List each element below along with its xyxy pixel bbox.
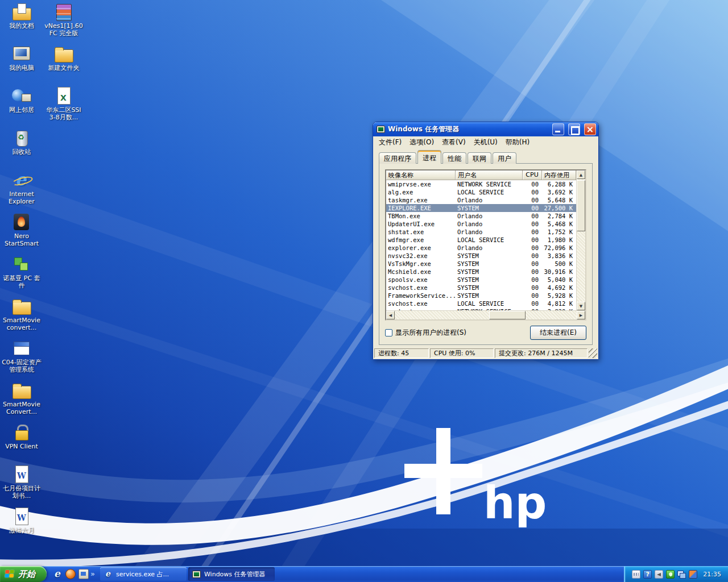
task-manager-titlebar[interactable]: Windows 任务管理器 [373,122,598,136]
scroll-right-button[interactable]: ▶ [577,311,585,319]
minimize-button[interactable] [552,123,564,135]
desktop-icon[interactable]: 七月份项目计划书... [1,465,42,507]
quick-launch-chevron-icon[interactable]: » [90,569,98,579]
process-row[interactable]: nvsvc32.exeSYSTEM003,836 K [386,252,576,260]
process-row[interactable]: TBMon.exeOrlando002,784 K [386,212,576,220]
process-row[interactable]: Mcshield.exeSYSTEM0030,916 K [386,268,576,276]
network-tray-icon[interactable] [677,570,686,579]
help-icon[interactable] [643,570,652,579]
tray-icons [632,570,697,579]
resize-grip[interactable] [589,348,597,358]
process-row[interactable]: explorer.exeOrlando0072,096 K [386,244,576,252]
desktop-icon[interactable]: 新建文件夹 [43,44,84,86]
desktop-icon[interactable]: 诺基亚 PC 套件 [1,255,42,297]
desktop-icon[interactable]: Internet Explorer [1,171,42,213]
scroll-down-button[interactable]: ▼ [577,302,585,310]
clock[interactable]: 21:35 [703,571,721,578]
nero-icon [11,213,32,232]
vertical-scrollbar[interactable]: ▲ ▼ [576,171,585,310]
keyboard-icon[interactable] [632,570,640,579]
desktop-icon-label: Nero StartSmart [1,233,42,248]
desktop-icon-label: VPN Client [1,443,42,451]
menu-item[interactable]: 文件(F) [375,136,406,148]
column-header[interactable]: 内存使用 [542,171,576,180]
column-header[interactable]: 映像名称 [386,171,456,180]
menu-item[interactable]: 选项(O) [406,136,438,148]
task-manager-icon [192,571,201,578]
scrollbar-track[interactable] [577,179,585,302]
tab-item[interactable]: 用户 [493,152,516,164]
excel-doc-icon [53,86,74,106]
process-cpu: 00 [523,244,542,252]
antivirus-icon[interactable] [666,570,675,579]
process-row[interactable]: wdfmgr.exeLOCAL SERVICE001,980 K [386,236,576,244]
process-user: LOCAL SERVICE [456,188,523,196]
scroll-up-button[interactable]: ▲ [577,171,585,179]
process-name: shstat.exe [386,228,456,236]
scrollbar-thumb[interactable] [577,180,585,231]
column-header[interactable]: 用户名 [456,171,523,180]
system-tray: 21:35 [624,566,728,582]
process-row[interactable]: FrameworkService...SYSTEM005,928 K [386,292,576,300]
internet-explorer-icon[interactable] [52,569,63,579]
scrollbar-thumb[interactable] [489,311,526,319]
scrollbar-track[interactable] [395,311,577,319]
process-row[interactable]: svchost.exeSYSTEM004,692 K [386,284,576,292]
process-name: spoolsv.exe [386,276,456,284]
display-settings-icon[interactable] [689,570,697,579]
show-all-processes-checkbox[interactable]: 显示所有用户的进程(S) [385,328,466,338]
desktop-icon[interactable]: vNes1[1].60 FC 完全版 [43,2,84,44]
desktop-icon[interactable]: 激情六月 [1,507,42,549]
process-row[interactable]: alg.exeLOCAL SERVICE003,692 K [386,188,576,196]
desktop-icon[interactable]: 网上邻居 [1,86,42,128]
column-header[interactable]: CPU [523,171,542,180]
desktop-icon[interactable]: 回收站 [1,128,42,171]
word-doc-icon [11,507,32,526]
menu-item[interactable]: 帮助(H) [502,136,533,148]
desktop-icon[interactable]: 华东二区SSI 3-8月数... [43,86,84,128]
menu-item[interactable]: 关机(U) [470,136,502,148]
process-name: taskmgr.exe [386,196,456,204]
process-row[interactable]: shstat.exeOrlando001,752 K [386,228,576,236]
tab-item[interactable]: 进程 [417,150,441,164]
end-process-button[interactable]: 结束进程(E) [530,326,586,340]
checkbox[interactable] [385,329,392,336]
process-cpu: 00 [523,260,542,268]
process-row[interactable]: VsTskMgr.exeSYSTEM00500 K [386,260,576,268]
taskbar-window-button[interactable]: services.exe 占... [100,567,187,581]
process-row[interactable]: wmiprvse.exeNETWORK SERVICE006,288 K [386,180,576,188]
start-button[interactable]: 开始 [0,566,47,582]
desktop-icon[interactable]: C04-固定资产管理系统 [1,339,42,381]
horizontal-scrollbar[interactable]: ◀ ▶ [386,310,585,319]
desktop-icon[interactable]: 我的文档 [1,2,42,44]
tab-item[interactable]: 联网 [468,152,491,164]
desktop-icon[interactable]: VPN Client [1,423,42,465]
process-mem: 5,928 K [542,292,576,300]
volume-icon[interactable] [655,570,663,579]
desktop-icon[interactable]: SmartMovie convert... [1,297,42,339]
tab-item[interactable]: 性能 [442,152,466,164]
start-label: 开始 [18,569,35,580]
process-row[interactable]: IEXPLORE.EXESYSTEM0027,500 K [386,204,576,212]
desktop-icon-label: 激情六月 [1,527,42,535]
desktop-icon[interactable]: Nero StartSmart [1,213,42,255]
process-row[interactable]: UpdaterUI.exeOrlando005,468 K [386,220,576,228]
show-desktop-icon[interactable] [78,569,89,579]
scroll-left-button[interactable]: ◀ [386,311,395,319]
desktop-icon[interactable]: SmartMovie Convert... [1,381,42,423]
maximize-button[interactable] [568,123,580,135]
process-list-rows: wmiprvse.exeNETWORK SERVICE006,288 Kalg.… [386,180,576,310]
process-row[interactable]: svchost.exeLOCAL SERVICE004,812 K [386,300,576,307]
media-player-icon[interactable] [65,569,76,579]
process-row[interactable]: taskmgr.exeOrlando005,648 K [386,196,576,204]
menu-item[interactable]: 查看(V) [438,136,470,148]
taskbar-window-button[interactable]: Windows 任务管理器 [188,567,275,581]
internet-explorer-icon [104,571,113,578]
desktop-icon-label: 华东二区SSI 3-8月数... [43,107,84,122]
process-cpu: 00 [523,300,542,307]
process-name: VsTskMgr.exe [386,260,456,268]
close-button[interactable] [584,123,596,135]
process-row[interactable]: spoolsv.exeSYSTEM005,040 K [386,276,576,284]
desktop-icon[interactable]: 我的电脑 [1,44,42,86]
tab-item[interactable]: 应用程序 [379,152,416,164]
